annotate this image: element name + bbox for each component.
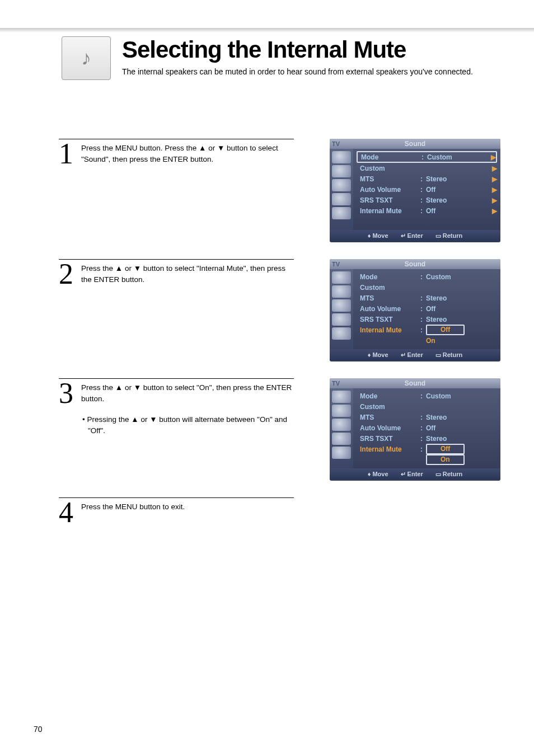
osd-value-off[interactable]: Off [426, 325, 465, 335]
osd-category-icons [330, 388, 353, 468]
osd-row-srs[interactable]: SRS TSXT : Stereo [357, 314, 497, 325]
osd-category-icons [330, 269, 353, 349]
osd-row-custom[interactable]: Custom ▶ [357, 163, 497, 173]
chevron-right-icon: ▶ [489, 196, 497, 204]
section-icon: ♪ [62, 36, 111, 80]
step-text: Press the ▲ or ▼ button to select "Inter… [81, 262, 294, 285]
step-number: 4 [59, 500, 81, 525]
chevron-right-icon: ▶ [488, 153, 496, 161]
footer-return: ▭ Return [435, 351, 463, 359]
footer-move: ♦ Move [368, 471, 388, 477]
footer-move: ♦ Move [368, 351, 388, 358]
step-text: Press the MENU button to exit. [81, 500, 294, 513]
step-number: 3 [59, 381, 81, 406]
osd-value-on[interactable]: On [426, 454, 465, 465]
osd-footer: ♦ Move ↵ Enter ▭ Return [330, 349, 500, 360]
osd-row-autovolume[interactable]: Auto Volume : Off ▶ [357, 184, 497, 195]
osd-panel: TV Sound Mode : Custom [330, 259, 500, 361]
footer-return: ▭ Return [435, 232, 463, 240]
osd-panel: TV Sound Mode : Custom [330, 378, 500, 481]
osd-row-mts[interactable]: MTS : Stereo ▶ [357, 173, 497, 184]
footer-return: ▭ Return [435, 471, 463, 478]
osd-row-autovolume[interactable]: Auto Volume : Off [357, 303, 497, 314]
chevron-right-icon: ▶ [489, 165, 497, 172]
osd-row-srs[interactable]: SRS TSXT : Stereo [357, 433, 497, 444]
osd-title: Sound [354, 379, 498, 387]
page-title: Selecting the Internal Mute [122, 36, 500, 63]
step-number: 1 [59, 142, 81, 166]
osd-tv-label: TV [332, 140, 354, 147]
osd-row-internalmute[interactable]: Internal Mute : Off [357, 444, 497, 454]
osd-row-autovolume[interactable]: Auto Volume : Off [357, 422, 497, 433]
osd-title: Sound [354, 140, 498, 148]
osd-category-icons [330, 149, 353, 230]
step-text: Press the ▲ or ▼ button to select "On", … [81, 381, 294, 436]
footer-enter: ↵ Enter [401, 351, 423, 359]
chevron-right-icon: ▶ [489, 186, 497, 194]
footer-move: ♦ Move [368, 232, 388, 239]
osd-panel: TV Sound Mode : Custom ▶ [330, 139, 500, 242]
osd-row-custom[interactable]: Custom [357, 401, 497, 412]
intro-text: The internal speakers can be muted in or… [122, 67, 500, 78]
footer-enter: ↵ Enter [401, 232, 423, 240]
osd-footer: ♦ Move ↵ Enter ▭ Return [330, 230, 500, 241]
osd-row-srs[interactable]: SRS TSXT : Stereo ▶ [357, 195, 497, 205]
osd-row-mode[interactable]: Mode : Custom [357, 391, 497, 401]
page-number: 70 [34, 725, 43, 734]
footer-enter: ↵ Enter [401, 471, 423, 478]
step-text: Press the MENU button. Press the ▲ or ▼ … [81, 142, 294, 165]
chevron-right-icon: ▶ [489, 207, 497, 215]
osd-footer: ♦ Move ↵ Enter ▭ Return [330, 468, 500, 480]
osd-row-internalmute[interactable]: Internal Mute : Off ▶ [357, 205, 497, 216]
osd-value-off[interactable]: Off [426, 444, 465, 454]
osd-row-mts[interactable]: MTS : Stereo [357, 293, 497, 303]
osd-title: Sound [354, 260, 498, 268]
osd-row-internalmute[interactable]: Internal Mute : Off [357, 325, 497, 335]
osd-row-mode[interactable]: Mode : Custom ▶ [357, 151, 497, 163]
step-subtext: • Pressing the ▲ or ▼ button will altern… [81, 414, 294, 436]
osd-row-custom[interactable]: Custom [357, 282, 497, 293]
step-number: 2 [59, 262, 81, 287]
osd-tv-label: TV [332, 261, 354, 267]
osd-value-on[interactable]: On [426, 337, 497, 345]
osd-row-mts[interactable]: MTS : Stereo [357, 412, 497, 422]
osd-tv-label: TV [332, 380, 354, 387]
osd-row-mode[interactable]: Mode : Custom [357, 271, 497, 282]
chevron-right-icon: ▶ [489, 175, 497, 183]
